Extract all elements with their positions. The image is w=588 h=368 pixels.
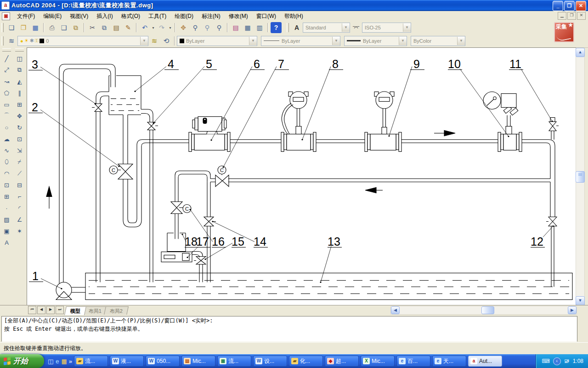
volume-monitor-icon[interactable]: 🖳 (564, 358, 570, 364)
revcloud-icon[interactable]: ☁ (1, 133, 12, 144)
make-layer-current-icon[interactable]: ≋ (149, 35, 160, 46)
tool-palettes-icon[interactable]: ▥ (254, 22, 265, 33)
new-file-icon[interactable]: ❏ (6, 22, 17, 33)
vertical-scroll-thumb[interactable] (576, 171, 585, 183)
chamfer-icon[interactable]: ∠ (14, 214, 25, 225)
dim-style-icon[interactable]: ⌤ (351, 22, 362, 33)
dim-style-combo[interactable]: ISO-25 ▼ (362, 23, 411, 33)
scroll-right-icon[interactable]: ▶ (568, 306, 577, 314)
menu-item-9[interactable]: 窗口(W) (252, 11, 280, 22)
array-icon[interactable]: ⊞ (14, 99, 25, 110)
chevron-down-icon[interactable]: ▼ (399, 37, 407, 45)
scroll-left-icon[interactable]: ◀ (391, 306, 400, 314)
zoom-previous-icon[interactable]: ⚲ (214, 22, 225, 33)
chevron-down-icon[interactable]: ▼ (332, 37, 340, 45)
ellipse-arc-icon[interactable]: ◠ (1, 168, 12, 179)
menu-item-2[interactable]: 视图(V) (66, 11, 92, 22)
rotate-icon[interactable]: ↻ (14, 122, 25, 133)
polyline-icon[interactable]: ↝ (1, 76, 12, 87)
construction-line-icon[interactable]: ⤢ (1, 64, 12, 75)
drawing-canvas[interactable]: 123456789101112131415161718CCC (27, 47, 576, 305)
menu-item-8[interactable]: 修改(M) (225, 11, 252, 22)
menu-item-7[interactable]: 标注(N) (198, 11, 225, 22)
break-point-icon[interactable]: ⊟ (14, 179, 25, 190)
tab-布局2[interactable]: 布局2 (104, 306, 129, 315)
redo-dropdown-arrow[interactable]: ▾ (168, 23, 173, 33)
explode-icon[interactable]: ✶ (14, 225, 25, 236)
pan-icon[interactable]: ✥ (178, 22, 189, 33)
help-icon[interactable]: ? (271, 22, 282, 33)
tab-nav-0[interactable]: ⏮ (28, 306, 36, 314)
designcenter-icon[interactable]: ▦ (242, 22, 253, 33)
region-icon[interactable]: ▣ (1, 225, 12, 236)
text-style-combo[interactable]: Standard ▼ (303, 23, 350, 33)
command-text-area[interactable]: [全部(A)/中心点(C)/动态(D)/范围(E)/上一个(P)/比例(S)/窗… (1, 316, 577, 342)
copy-object-icon[interactable]: ⧉ (14, 64, 25, 75)
menu-item-4[interactable]: 格式(O) (117, 11, 144, 22)
keyboard-tray-icon[interactable]: ⌨ (542, 358, 549, 364)
menu-item-5[interactable]: 工具(T) (144, 11, 170, 22)
taskbar-button-0[interactable]: ▰流... (74, 356, 108, 367)
chevron-down-icon[interactable]: ▼ (342, 23, 350, 32)
undo-dropdown-arrow[interactable]: ▾ (151, 23, 156, 33)
rectangle-icon[interactable]: ▭ (1, 99, 12, 110)
cut-icon[interactable]: ✂ (87, 22, 98, 33)
open-file-icon[interactable]: ❐ (18, 22, 29, 33)
insert-block-icon[interactable]: ⊡ (1, 179, 12, 190)
taskbar-button-10[interactable]: e天... (432, 356, 466, 367)
taskbar-button-7[interactable]: ◆超... (325, 356, 359, 367)
circle-icon[interactable]: ○ (1, 122, 12, 133)
copy-icon[interactable]: ⧉ (99, 22, 110, 33)
print-icon[interactable]: ⎙ (46, 22, 57, 33)
toolbar-grip[interactable] (1, 23, 4, 32)
menu-item-1[interactable]: 编辑(E) (39, 11, 66, 22)
layer-combo[interactable]: ● ☀ ✱ ⚿ 0 ▼ (17, 36, 148, 46)
taskbar-button-8[interactable]: XMic... (361, 356, 395, 367)
scroll-up-icon[interactable]: ▲ (576, 48, 585, 57)
text-style-icon[interactable]: A (291, 22, 302, 33)
spline-icon[interactable]: ∿ (1, 145, 12, 156)
close-button[interactable]: ✕ (576, 1, 586, 11)
child-minimize-button[interactable]: ▁ (558, 12, 566, 20)
chevron-down-icon[interactable]: ▼ (403, 23, 411, 32)
menu-item-6[interactable]: 绘图(D) (170, 11, 198, 22)
minimize-button[interactable]: _ (553, 1, 563, 11)
line-icon[interactable]: ╱ (1, 53, 12, 64)
horizontal-scroll-thumb[interactable] (481, 306, 494, 314)
erase-icon[interactable]: ◫ (14, 53, 25, 64)
layer-previous-icon[interactable]: ⟲ (161, 35, 172, 46)
arc-icon[interactable]: ⌒ (1, 110, 12, 121)
layer-padlock-icon[interactable]: ⚿ (35, 38, 39, 44)
language-bar-icon[interactable]: ‹ (553, 357, 561, 365)
menu-item-3[interactable]: 插入(I) (92, 11, 117, 22)
start-button[interactable]: 开始 (0, 354, 44, 368)
tab-nav-2[interactable]: ▶ (46, 306, 55, 314)
taskbar-button-9[interactable]: e百... (396, 356, 430, 367)
hatch-icon[interactable]: ▨ (1, 214, 12, 225)
quick-launch-overflow-chevron[interactable]: » (69, 358, 72, 365)
stretch-icon[interactable]: ⇲ (14, 145, 25, 156)
point-icon[interactable]: · (1, 202, 12, 213)
taskbar-button-11[interactable]: aAut... (468, 356, 502, 367)
undo-icon[interactable]: ↶ (139, 22, 150, 33)
chevron-down-icon[interactable]: ▼ (457, 37, 465, 45)
paste-icon[interactable]: ▤ (111, 22, 122, 33)
capture-tool-logo[interactable]: 采集 ★ (554, 22, 574, 42)
chevron-down-icon[interactable]: ▼ (249, 37, 257, 45)
layer-manager-icon[interactable]: ≋ (6, 35, 17, 46)
make-block-icon[interactable]: ⊞ (1, 191, 12, 202)
scroll-down-icon[interactable]: ▼ (576, 296, 585, 305)
tab-nav-1[interactable]: ◀ (37, 306, 45, 314)
taskbar-button-4[interactable]: ▦流... (217, 356, 251, 367)
chevron-down-icon[interactable]: ▼ (140, 37, 148, 45)
toolbar-grip[interactable] (287, 23, 289, 32)
mirror-icon[interactable]: ◭ (14, 76, 25, 87)
zoom-window-icon[interactable]: ⚲ (202, 22, 213, 33)
quick-launch-app-icon[interactable]: ◫ (48, 358, 53, 365)
print-preview-icon[interactable]: ❑ (58, 22, 69, 33)
child-close-button[interactable]: ✕ (577, 12, 586, 20)
polygon-icon[interactable]: ⬠ (1, 87, 12, 98)
break-icon[interactable]: ⌐ (14, 191, 25, 202)
properties-icon[interactable]: ▤ (230, 22, 241, 33)
child-restore-button[interactable]: ❐ (567, 12, 576, 20)
